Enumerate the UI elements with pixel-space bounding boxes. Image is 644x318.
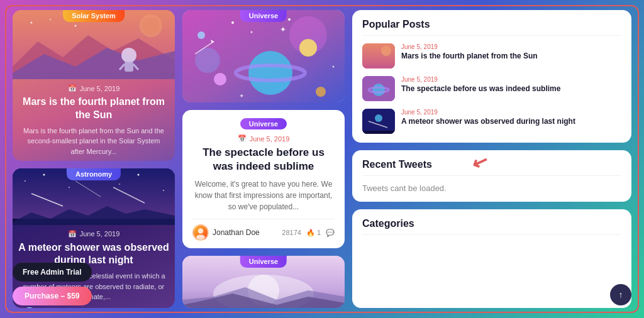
popular-post-3[interactable]: June 5, 2019 A meteor shower was observe… <box>362 109 621 134</box>
svg-point-9 <box>75 25 77 27</box>
svg-text:✦: ✦ <box>280 25 286 34</box>
popular-post-2[interactable]: June 5, 2019 The spectacle before us was… <box>362 76 621 101</box>
astro-author-info: Steve Kotchen <box>21 307 87 308</box>
svg-point-37 <box>316 87 326 97</box>
post-thumb-meteor <box>362 109 395 134</box>
bottom-buttons: Free Admin Trial Purchase – $59 <box>13 263 92 305</box>
calendar-icon-solar: 📅 <box>68 84 77 92</box>
svg-point-17 <box>43 173 45 175</box>
calendar-icon-astro: 📅 <box>68 230 77 238</box>
svg-point-39 <box>231 21 234 24</box>
svg-point-22 <box>163 190 164 191</box>
card-universe-article: Universe 📅 June 5, 2019 The spectacle be… <box>182 110 345 248</box>
categories-title: Categories <box>362 218 621 235</box>
solar-title: Mars is the fourth planet from the Sun <box>21 96 166 122</box>
post-info-2: June 5, 2019 The spectacle before us was… <box>401 76 560 94</box>
solar-excerpt: Mars is the fourth planet from the Sun a… <box>21 126 166 157</box>
solar-date: 📅 June 5, 2019 <box>21 84 166 92</box>
universe-bottom-badge[interactable]: Universe <box>240 256 287 268</box>
svg-point-58 <box>372 84 385 96</box>
universe-author-name: Jonathan Doe <box>213 228 260 237</box>
svg-point-47 <box>198 228 203 233</box>
popular-posts-title: Popular Posts <box>362 19 621 36</box>
svg-point-48 <box>196 235 205 240</box>
astro-badge[interactable]: Astronomy <box>67 168 121 180</box>
svg-point-55 <box>381 46 391 56</box>
recent-tweets-title: Recent Tweets <box>362 159 621 176</box>
post-info-3: June 5, 2019 A meteor shower was observe… <box>401 109 575 127</box>
svg-point-12 <box>142 17 160 35</box>
post-info-1: June 5, 2019 Mars is the fourth planet f… <box>401 43 538 62</box>
universe-article-footer: Jonathan Doe 28174 🔥 1 💬 <box>192 219 335 241</box>
calendar-icon-univ: 📅 <box>238 134 247 143</box>
astro-date: 📅 June 5, 2019 <box>13 230 175 238</box>
svg-point-35 <box>299 39 317 57</box>
universe-article-date: 📅 June 5, 2019 <box>192 134 335 143</box>
svg-point-18 <box>69 187 70 188</box>
svg-point-16 <box>25 180 26 182</box>
card-universe-top: Universe <box>182 10 345 102</box>
svg-point-7 <box>31 22 33 24</box>
svg-marker-56 <box>362 65 395 69</box>
svg-point-3 <box>121 48 136 63</box>
universe-article-title: The spectacle before us was indeed subli… <box>192 146 335 173</box>
fire-icon-univ: 🔥 <box>306 229 315 237</box>
svg-point-33 <box>248 51 292 95</box>
universe-views: 28174 <box>282 229 301 236</box>
card-universe-bottom: Universe <box>182 256 345 308</box>
comment-icon-univ: 💬 <box>326 229 335 237</box>
universe-image: Universe <box>182 10 345 102</box>
universe-badge-top[interactable]: Universe <box>240 10 287 22</box>
svg-rect-54 <box>362 43 395 69</box>
universe-article-badge[interactable]: Universe <box>240 118 287 129</box>
svg-point-61 <box>375 114 382 122</box>
universe-stats: 28174 🔥 1 💬 <box>282 229 335 237</box>
post-thumb-mars <box>362 43 395 69</box>
free-trial-button[interactable]: Free Admin Trial <box>13 263 92 282</box>
svg-point-41 <box>288 18 291 21</box>
recent-tweets-text: Tweets cant be loaded. <box>362 184 621 193</box>
universe-article-excerpt: Welcome, it's great to have you here. We… <box>192 178 335 212</box>
recent-tweets-card: Recent Tweets Tweets cant be loaded. <box>352 150 631 202</box>
universe-author-info: Jonathan Doe <box>192 224 260 241</box>
card-solar: Solar System <box>13 10 175 161</box>
svg-point-36 <box>214 73 226 85</box>
middle-column: Universe <box>182 10 345 308</box>
svg-point-42 <box>333 66 335 68</box>
svg-text:✦: ✦ <box>239 92 244 99</box>
popular-post-1[interactable]: June 5, 2019 Mars is the fourth planet f… <box>362 43 621 69</box>
astro-avatar <box>21 307 38 308</box>
solar-badge[interactable]: Solar System <box>63 10 125 22</box>
post-thumb-spectacle <box>362 76 395 101</box>
svg-point-21 <box>138 173 140 175</box>
svg-point-20 <box>119 184 120 185</box>
purchase-button[interactable]: Purchase – $59 <box>13 287 92 305</box>
svg-marker-63 <box>362 131 395 134</box>
scroll-top-button[interactable]: ↑ <box>610 284 631 305</box>
popular-posts-card: Popular Posts June 5, 2019 Mars is the f… <box>352 10 631 143</box>
universe-likes: 🔥 1 <box>306 229 321 237</box>
svg-point-8 <box>50 19 51 20</box>
categories-card: Categories <box>352 209 631 308</box>
svg-rect-4 <box>125 62 133 72</box>
right-column: Popular Posts June 5, 2019 Mars is the f… <box>352 10 631 308</box>
svg-point-38 <box>197 31 205 39</box>
svg-point-40 <box>251 31 253 33</box>
universe-avatar <box>192 224 209 241</box>
arrow-up-icon: ↑ <box>619 290 623 300</box>
